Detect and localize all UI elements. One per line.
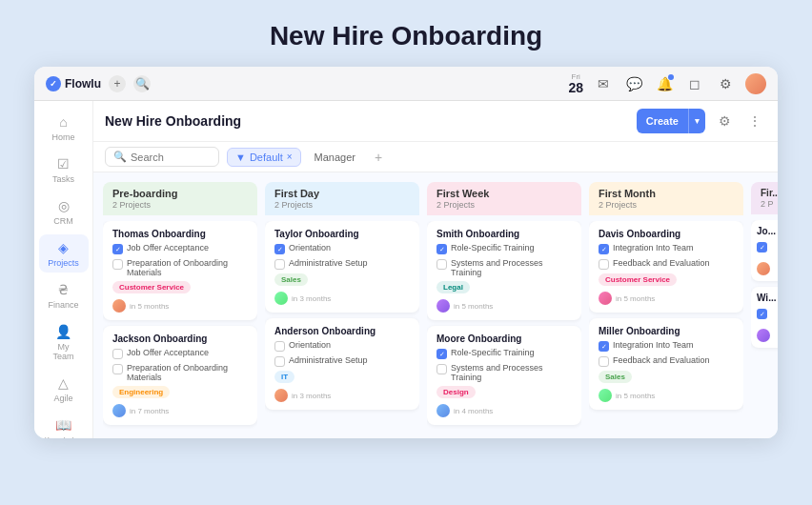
task-checkbox[interactable]: ✓	[757, 309, 767, 319]
task-item: Job Offer Acceptance	[112, 348, 248, 359]
task-checkbox[interactable]	[274, 259, 285, 270]
task-checkbox[interactable]	[112, 259, 123, 270]
task-checkbox[interactable]: ✓	[757, 242, 767, 252]
sidebar-item-crm[interactable]: ◎ CRM	[39, 192, 89, 231]
filter-close-button[interactable]: ×	[287, 152, 293, 162]
task-checkbox[interactable]: ✓	[599, 341, 609, 352]
card-taylor[interactable]: Taylor Onboarding ✓ Orientation Administ…	[265, 221, 419, 313]
card-avatar	[599, 292, 612, 305]
task-checkbox[interactable]	[599, 356, 609, 367]
finance-icon: ₴	[55, 281, 72, 298]
task-item: ✓ Integration Into Team	[599, 243, 734, 254]
column-count: 2 Projects	[599, 200, 734, 210]
settings-icon[interactable]: ⚙	[715, 73, 736, 94]
search-icon: 🔍	[113, 151, 127, 163]
task-checkbox[interactable]	[112, 349, 123, 359]
chat-icon[interactable]: 💬	[623, 73, 644, 94]
column-pre-boarding: Pre-boarding 2 Projects Thomas Onboardin…	[103, 182, 257, 438]
sidebar-item-home[interactable]: ⌂ Home	[39, 109, 89, 147]
card-time: in 4 months	[454, 407, 493, 415]
card-time: in 5 months	[454, 302, 493, 311]
card-thomas[interactable]: Thomas Onboarding ✓ Job Offer Acceptance…	[103, 221, 257, 320]
card-title: Wi...	[757, 293, 778, 303]
sidebar-item-knowledge[interactable]: 📖 Knowledge Base	[39, 412, 89, 438]
task-checkbox[interactable]: ✓	[436, 349, 447, 359]
agile-icon: △	[55, 374, 72, 392]
project-header: New Hire Onboarding Create ▾ ⚙ ⋮	[93, 101, 778, 142]
task-checkbox[interactable]: ✓	[436, 244, 447, 254]
settings-gear-button[interactable]: ⚙	[713, 110, 736, 132]
task-checkbox[interactable]	[436, 259, 447, 270]
create-dropdown-arrow[interactable]: ▾	[688, 109, 705, 133]
task-checkbox[interactable]	[599, 259, 609, 270]
card-jackson[interactable]: Jackson Onboarding Job Offer Acceptance …	[103, 326, 257, 425]
filter-button[interactable]: ▼ Default ×	[227, 148, 301, 167]
column-count: 2 P	[761, 199, 778, 209]
main-content: New Hire Onboarding Create ▾ ⚙ ⋮ 🔍 ▼ Def…	[93, 101, 778, 438]
task-checkbox[interactable]	[274, 356, 285, 367]
card-time: in 5 months	[130, 302, 169, 311]
task-item: Administrative Setup	[274, 355, 410, 367]
sidebar: ⌂ Home ☑ Tasks ◎ CRM ◈ Projects ₴ Financ…	[34, 101, 93, 438]
task-item: Systems and Processes Training	[436, 363, 572, 382]
card-smith[interactable]: Smith Onboarding ✓ Role-Specific Trainin…	[427, 221, 581, 320]
app-layout: ⌂ Home ☑ Tasks ◎ CRM ◈ Projects ₴ Financ…	[34, 101, 778, 438]
task-item: Systems and Processes Training	[436, 258, 572, 277]
mail-icon[interactable]: ✉	[593, 73, 614, 94]
card-footer: in 3 months	[274, 292, 410, 305]
add-filter-button[interactable]: +	[369, 148, 388, 167]
sidebar-item-agile[interactable]: △ Agile	[39, 370, 89, 408]
cards-area-partial: Jo... ✓ Wi... ✓	[751, 220, 778, 354]
card-title: Miller Onboarding	[599, 326, 734, 336]
sidebar-item-finance[interactable]: ₴ Finance	[39, 276, 89, 314]
card-miller[interactable]: Miller Onboarding ✓ Integration Into Tea…	[589, 318, 743, 410]
card-title: Anderson Onboarding	[274, 326, 410, 336]
filter-icon: ▼	[235, 152, 246, 163]
task-checkbox[interactable]: ✓	[274, 244, 285, 254]
date-display: Fri 28	[568, 73, 583, 94]
task-checkbox[interactable]: ✓	[112, 244, 123, 254]
card-tag: Design	[436, 386, 476, 398]
sidebar-item-myteam[interactable]: 👤 My Team	[39, 318, 89, 366]
card-davis[interactable]: Davis Onboarding ✓ Integration Into Team…	[589, 221, 743, 313]
task-item: Feedback and Evaluation	[599, 258, 734, 270]
search-input[interactable]	[131, 152, 207, 163]
card-title: Smith Onboarding	[436, 229, 572, 239]
card-moore[interactable]: Moore Onboarding ✓ Role-Specific Trainin…	[427, 326, 581, 425]
task-checkbox[interactable]	[436, 364, 447, 374]
task-checkbox[interactable]	[274, 341, 285, 352]
card-anderson[interactable]: Anderson Onboarding Orientation Administ…	[265, 318, 419, 410]
cards-area-first-week: Smith Onboarding ✓ Role-Specific Trainin…	[427, 221, 581, 431]
card-avatar	[112, 299, 126, 313]
task-checkbox[interactable]: ✓	[599, 244, 609, 254]
manager-button[interactable]: Manager	[309, 149, 361, 166]
user-avatar[interactable]	[745, 73, 766, 94]
column-header-first-week: First Week 2 Projects	[427, 182, 581, 215]
task-checkbox[interactable]	[112, 364, 123, 374]
cards-area-first-month: Davis Onboarding ✓ Integration Into Team…	[589, 221, 743, 415]
card-tag: Legal	[436, 281, 470, 293]
app-logo: ✓ Flowlu	[46, 76, 101, 91]
search-bar-button[interactable]: 🔍	[133, 75, 151, 92]
card-time: in 5 months	[616, 294, 655, 303]
message-icon[interactable]: ◻	[684, 73, 705, 94]
column-name: First Day	[274, 188, 410, 199]
card-footer: in 5 months	[112, 299, 248, 313]
task-item: ✓ Orientation	[274, 243, 410, 254]
more-options-button[interactable]: ⋮	[743, 110, 766, 132]
add-tab-button[interactable]: +	[109, 75, 126, 92]
sidebar-item-projects[interactable]: ◈ Projects	[39, 234, 89, 273]
card-avatar	[112, 404, 126, 417]
search-box[interactable]: 🔍	[105, 147, 219, 167]
page-title: New Hire Onboarding	[270, 21, 542, 51]
column-count: 2 Projects	[436, 200, 572, 210]
sidebar-item-tasks[interactable]: ☑ Tasks	[39, 151, 89, 189]
card-footer: in 5 months	[599, 292, 734, 305]
bell-icon[interactable]: 🔔	[654, 73, 675, 94]
card-footer: in 3 months	[274, 389, 410, 402]
card-partial-2[interactable]: Wi... ✓	[751, 287, 778, 348]
create-button[interactable]: Create ▾	[637, 109, 705, 133]
create-button-label: Create	[637, 109, 688, 133]
card-avatar	[436, 404, 450, 417]
card-partial-1[interactable]: Jo... ✓	[751, 220, 778, 281]
